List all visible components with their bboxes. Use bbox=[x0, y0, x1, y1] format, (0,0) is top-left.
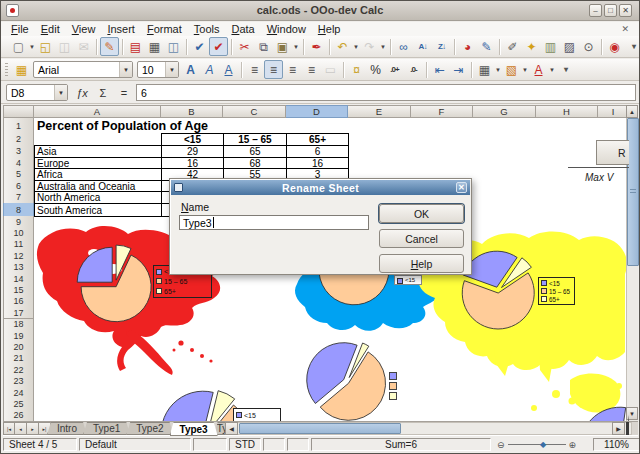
toolbar-overflow-icon[interactable]: ▾ bbox=[556, 60, 575, 79]
menu-view[interactable]: View bbox=[66, 23, 102, 35]
next-sheet-icon[interactable]: ▸ bbox=[27, 422, 39, 435]
toolbar-overflow-icon[interactable]: ▾ bbox=[624, 37, 640, 56]
menu-file[interactable]: File bbox=[5, 23, 35, 35]
table-row-label-cell[interactable]: South America bbox=[34, 203, 162, 217]
align-left-icon[interactable]: ≡ bbox=[245, 60, 264, 79]
sort-ascending-icon[interactable]: A↓ bbox=[413, 37, 432, 56]
add-decimal-place-icon[interactable]: .0+ bbox=[385, 60, 404, 79]
ok-button[interactable]: OK bbox=[379, 204, 464, 223]
zoom-in-icon[interactable]: ⊕ bbox=[569, 440, 577, 450]
row-header-1[interactable]: 1 bbox=[3, 118, 34, 134]
font-color-icon[interactable]: A bbox=[529, 60, 548, 79]
first-sheet-icon[interactable]: |◂ bbox=[3, 422, 15, 435]
zoom-slider-track[interactable]: ◆ bbox=[508, 444, 566, 445]
font-name-combo[interactable]: Arial ▼ bbox=[33, 61, 133, 78]
zoom-out-icon[interactable]: ⊖ bbox=[497, 440, 505, 450]
menu-data[interactable]: Data bbox=[225, 23, 260, 35]
font-size-combo[interactable]: 10 ▼ bbox=[137, 61, 179, 78]
split-handle[interactable] bbox=[626, 422, 629, 435]
horizontal-scrollbar-thumb[interactable] bbox=[239, 423, 401, 434]
borders-icon[interactable]: ▦ bbox=[475, 60, 494, 79]
column-header-C[interactable]: C bbox=[223, 105, 286, 118]
equals-icon[interactable]: = bbox=[115, 84, 133, 101]
toolbar-grip[interactable] bbox=[5, 63, 8, 77]
sheet-title-cell[interactable]: Percent of Population of Age bbox=[37, 119, 208, 133]
new-document-icon[interactable]: ▢ bbox=[9, 37, 28, 56]
find-and-replace-icon[interactable]: ✐ bbox=[503, 37, 522, 56]
gallery-icon[interactable]: ▥ bbox=[541, 37, 560, 56]
format-paintbrush-icon[interactable]: ✒ bbox=[307, 37, 326, 56]
scroll-right-icon[interactable]: ▶ bbox=[612, 422, 625, 435]
insert-mode-indicator[interactable]: STD bbox=[229, 438, 261, 451]
function-wizard-icon[interactable]: ƒx bbox=[73, 84, 91, 101]
column-header-G[interactable]: G bbox=[473, 105, 536, 118]
scroll-up-icon[interactable]: ▲ bbox=[626, 105, 638, 118]
bold-icon[interactable]: A bbox=[181, 60, 200, 79]
page-preview-icon[interactable]: ◫ bbox=[164, 37, 183, 56]
zoom-level-indicator[interactable]: 110% bbox=[593, 438, 640, 451]
help-button[interactable]: Help bbox=[379, 254, 464, 273]
sheet-position-indicator[interactable]: Sheet 4 / 5 bbox=[3, 438, 77, 451]
chevron-down-icon[interactable]: ▼ bbox=[119, 62, 132, 77]
sheet-tab-type2[interactable]: Type2 bbox=[126, 422, 173, 435]
menu-tools[interactable]: Tools bbox=[188, 23, 226, 35]
column-header-F[interactable]: F bbox=[411, 105, 473, 118]
background-color-icon[interactable]: ▧ bbox=[502, 60, 521, 79]
menu-window[interactable]: Window bbox=[261, 23, 312, 35]
partial-button[interactable]: R bbox=[596, 140, 629, 165]
zoom-slider[interactable]: ⊖ ◆ ⊕ bbox=[497, 438, 576, 451]
underline-icon[interactable]: A bbox=[219, 60, 238, 79]
dialog-title-bar[interactable]: Rename Sheet ✕ bbox=[171, 180, 470, 195]
menu-insert[interactable]: Insert bbox=[101, 23, 141, 35]
copy-icon[interactable]: ⧉ bbox=[254, 37, 273, 56]
formula-input-line[interactable]: 6 bbox=[136, 84, 636, 101]
column-header-I[interactable]: I bbox=[598, 105, 629, 118]
zoom-slider-thumb[interactable]: ◆ bbox=[540, 440, 546, 449]
sheet-tab-type1[interactable]: Type1 bbox=[83, 422, 130, 435]
sheet-tab-intro[interactable]: Intro bbox=[47, 422, 87, 435]
chevron-down-icon[interactable]: ▼ bbox=[165, 62, 178, 77]
page-style-indicator[interactable]: Default bbox=[79, 438, 191, 451]
number-format-currency-icon[interactable]: ¤ bbox=[347, 60, 366, 79]
font-color-dropdown-icon[interactable]: ▼ bbox=[548, 67, 556, 73]
insert-chart-icon[interactable]: ◕ bbox=[458, 37, 477, 56]
undo-dropdown-icon[interactable]: ▼ bbox=[352, 44, 360, 50]
column-header-D[interactable]: D bbox=[286, 105, 348, 118]
zoom-icon[interactable]: ⊙ bbox=[579, 37, 598, 56]
open-icon[interactable]: ◱ bbox=[36, 37, 55, 56]
undo-icon[interactable]: ↶ bbox=[333, 37, 352, 56]
menu-help[interactable]: Help bbox=[312, 23, 347, 35]
menu-format[interactable]: Format bbox=[141, 23, 188, 35]
redo-dropdown-icon[interactable]: ▼ bbox=[379, 44, 387, 50]
number-format-percent-icon[interactable]: % bbox=[366, 60, 385, 79]
print-icon[interactable]: ▦ bbox=[145, 37, 164, 56]
paste-icon[interactable]: ▣ bbox=[273, 37, 292, 56]
sum-icon[interactable]: Σ bbox=[94, 84, 112, 101]
column-header-A[interactable]: A bbox=[34, 105, 161, 118]
delete-decimal-place-icon[interactable]: .0- bbox=[404, 60, 423, 79]
column-header-H[interactable]: H bbox=[536, 105, 598, 118]
previous-sheet-icon[interactable]: ◂ bbox=[15, 422, 27, 435]
cancel-button[interactable]: Cancel bbox=[379, 229, 464, 248]
row-header-8[interactable]: 8 bbox=[3, 203, 34, 217]
align-right-icon[interactable]: ≡ bbox=[283, 60, 302, 79]
italic-icon[interactable]: A bbox=[200, 60, 219, 79]
select-all-corner[interactable] bbox=[3, 105, 34, 118]
column-header-E[interactable]: E bbox=[348, 105, 411, 118]
show-draw-functions-icon[interactable]: ✎ bbox=[477, 37, 496, 56]
hyperlink-icon[interactable]: ∞ bbox=[394, 37, 413, 56]
selection-sum-indicator[interactable]: Sum=6 bbox=[311, 438, 491, 451]
sort-descending-icon[interactable]: Z↓ bbox=[432, 37, 451, 56]
minimize-button[interactable]: – bbox=[589, 4, 602, 17]
maximize-button[interactable]: □ bbox=[604, 4, 617, 17]
align-center-icon[interactable]: ≡ bbox=[264, 60, 283, 79]
sheet-name-input[interactable]: Type3 bbox=[179, 215, 369, 230]
spellcheck-icon[interactable]: ✔ bbox=[190, 37, 209, 56]
close-button[interactable]: ✕ bbox=[619, 4, 632, 17]
decrease-indent-icon[interactable]: ⇤ bbox=[430, 60, 449, 79]
name-box[interactable]: D8 ▼ bbox=[6, 84, 68, 101]
chevron-down-icon[interactable]: ▼ bbox=[54, 85, 67, 100]
new-document-dropdown-icon[interactable]: ▼ bbox=[28, 44, 36, 50]
paste-dropdown-icon[interactable]: ▼ bbox=[292, 44, 300, 50]
align-justified-icon[interactable]: ≡ bbox=[302, 60, 321, 79]
